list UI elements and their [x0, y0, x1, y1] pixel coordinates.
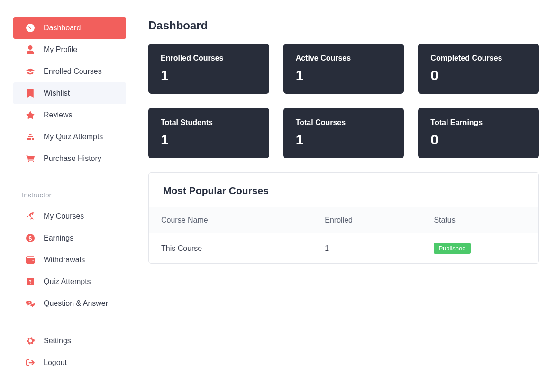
- sitemap-icon: [26, 132, 35, 142]
- stat-total-courses: Total Courses 1: [283, 108, 404, 158]
- col-enrolled: Enrolled: [312, 207, 421, 233]
- stat-value: 1: [161, 67, 257, 83]
- sidebar-item-quiz-attempts[interactable]: My Quiz Attempts: [13, 126, 126, 148]
- star-icon: [26, 110, 35, 120]
- cart-icon: [26, 154, 35, 163]
- stats-grid: Enrolled Courses 1 Active Courses 1 Comp…: [148, 44, 539, 158]
- stat-value: 1: [161, 132, 257, 148]
- stat-completed-courses: Completed Courses 0: [418, 44, 539, 94]
- stat-value: 1: [296, 132, 392, 148]
- col-status: Status: [421, 207, 538, 233]
- stat-label: Completed Courses: [430, 54, 527, 62]
- wallet-icon: [26, 255, 35, 265]
- stat-value: 1: [296, 67, 392, 83]
- graduation-cap-icon: [26, 67, 35, 76]
- user-icon: [26, 45, 35, 54]
- stat-label: Active Courses: [296, 54, 392, 62]
- panel-header: Most Popular Courses: [149, 173, 538, 207]
- divider: [9, 324, 123, 324]
- gear-icon: [26, 336, 35, 346]
- cell-course-name: This Course: [149, 233, 312, 264]
- stat-label: Total Courses: [296, 118, 392, 127]
- rocket-icon: [26, 212, 35, 221]
- popular-courses-panel: Most Popular Courses Course Name Enrolle…: [148, 172, 539, 264]
- sidebar-item-label: Reviews: [44, 111, 72, 119]
- sidebar: Dashboard My Profile Enrolled Courses Wi…: [0, 0, 133, 392]
- cell-enrolled: 1: [312, 233, 421, 264]
- cell-status: Published: [421, 233, 538, 264]
- gauge-icon: [26, 23, 35, 33]
- sidebar-item-withdrawals[interactable]: Withdrawals: [13, 249, 126, 271]
- sidebar-item-label: My Courses: [44, 212, 84, 221]
- sidebar-item-label: Enrolled Courses: [44, 67, 102, 76]
- stat-active-courses: Active Courses 1: [283, 44, 404, 94]
- stat-total-students: Total Students 1: [148, 108, 269, 158]
- col-course-name: Course Name: [149, 207, 312, 233]
- sidebar-item-label: Purchase History: [44, 154, 101, 163]
- sidebar-item-label: Dashboard: [44, 24, 81, 32]
- sidebar-item-instructor-quiz-attempts[interactable]: Quiz Attempts: [13, 271, 126, 293]
- sidebar-item-purchase-history[interactable]: Purchase History: [13, 148, 126, 169]
- sidebar-item-my-courses[interactable]: My Courses: [13, 205, 126, 227]
- page-title: Dashboard: [148, 19, 539, 32]
- sidebar-item-label: Earnings: [44, 234, 73, 242]
- sidebar-item-question-answer[interactable]: Question & Answer: [13, 293, 126, 314]
- sidebar-item-logout[interactable]: Logout: [13, 352, 126, 374]
- stat-total-earnings: Total Earnings 0: [418, 108, 539, 158]
- qa-icon: [26, 299, 35, 308]
- sidebar-item-label: My Profile: [44, 45, 77, 54]
- status-badge: Published: [434, 243, 470, 254]
- sidebar-section-instructor: Instructor: [0, 185, 133, 205]
- stat-label: Total Earnings: [430, 118, 527, 127]
- sidebar-item-profile[interactable]: My Profile: [13, 39, 126, 61]
- sidebar-item-label: Settings: [44, 337, 71, 345]
- stat-value: 0: [430, 67, 527, 83]
- stat-label: Total Students: [161, 118, 257, 127]
- sidebar-item-label: Question & Answer: [44, 299, 108, 308]
- panel-title: Most Popular Courses: [163, 185, 524, 196]
- sidebar-item-label: Withdrawals: [44, 256, 85, 264]
- sidebar-item-wishlist[interactable]: Wishlist: [13, 82, 126, 104]
- sidebar-item-earnings[interactable]: Earnings: [13, 227, 126, 249]
- dollar-circle-icon: [26, 233, 35, 243]
- question-square-icon: [26, 277, 35, 286]
- stat-value: 0: [430, 132, 527, 148]
- table-row: This Course 1 Published: [149, 233, 538, 264]
- stat-label: Enrolled Courses: [161, 54, 257, 62]
- sidebar-item-label: Wishlist: [44, 89, 70, 98]
- bookmark-icon: [26, 89, 35, 98]
- sidebar-item-label: Quiz Attempts: [44, 277, 91, 286]
- sidebar-item-reviews[interactable]: Reviews: [13, 104, 126, 126]
- sidebar-item-settings[interactable]: Settings: [13, 330, 126, 352]
- divider: [9, 179, 123, 179]
- popular-courses-table: Course Name Enrolled Status This Course …: [149, 207, 538, 263]
- sidebar-item-label: My Quiz Attempts: [44, 133, 103, 141]
- stat-enrolled-courses: Enrolled Courses 1: [148, 44, 269, 94]
- main-content: Dashboard Enrolled Courses 1 Active Cour…: [133, 0, 556, 392]
- logout-icon: [26, 358, 35, 367]
- sidebar-item-label: Logout: [44, 358, 67, 367]
- sidebar-item-enrolled-courses[interactable]: Enrolled Courses: [13, 61, 126, 82]
- sidebar-item-dashboard[interactable]: Dashboard: [13, 17, 126, 39]
